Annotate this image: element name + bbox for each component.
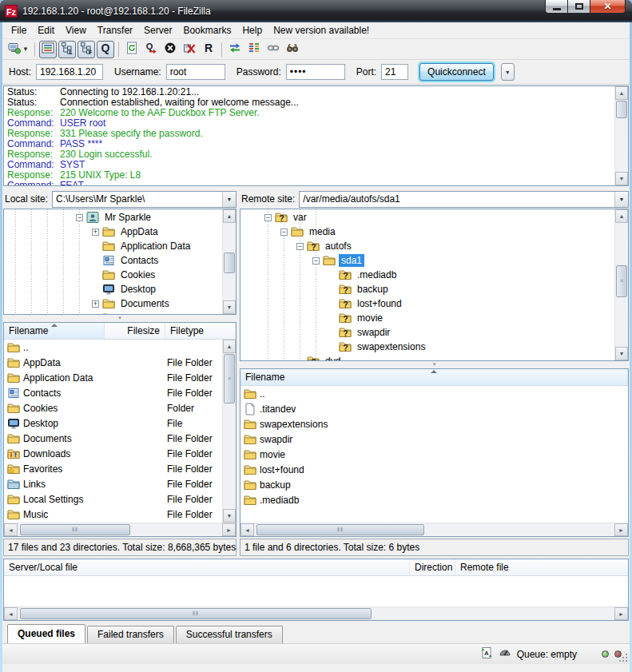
menu-transfer[interactable]: Transfer [92, 23, 138, 38]
minimize-button[interactable] [545, 0, 568, 14]
file-row-desktop[interactable]: DesktopFile [4, 416, 222, 431]
file-row-appdata[interactable]: AppDataFile Folder [4, 355, 222, 370]
scroll-up-icon[interactable]: ▲ [223, 340, 236, 353]
menu-help[interactable]: Help [237, 23, 268, 38]
file-row-local-settings[interactable]: Local SettingsFile Folder [4, 491, 222, 507]
tree-item-label[interactable]: .mediadb [355, 268, 399, 281]
tree-item-appdata[interactable]: +AppData [4, 225, 222, 239]
toggle-remote-tree-button[interactable]: F [78, 41, 95, 58]
local-list-scrollbar[interactable]: ▲ ≡ ▼ [222, 340, 236, 523]
menu-bookmarks[interactable]: Bookmarks [177, 23, 237, 38]
chevron-down-icon[interactable]: ▼ [222, 192, 236, 207]
tree-item-autofs[interactable]: −?autofs [240, 239, 614, 253]
file-row-[interactable]: .. [4, 340, 222, 355]
tree-item-label[interactable]: swapdir [355, 326, 392, 339]
tree-item-label[interactable]: swapextensions [355, 340, 427, 353]
local-list-hscrollbar[interactable]: ◄ ⦀⦀ ► [4, 523, 236, 536]
toggle-queue-button[interactable]: Q [97, 41, 114, 58]
scroll-down-icon[interactable]: ▼ [615, 347, 628, 360]
collapse-icon[interactable]: − [264, 214, 272, 221]
remote-tree-scrollbar[interactable]: ▲ ≡ ▼ [614, 209, 628, 360]
expand-icon[interactable]: + [92, 300, 99, 308]
tab-queued-files[interactable]: Queued files [7, 624, 85, 643]
tree-item-label[interactable]: AppData [118, 225, 161, 238]
splitter-chevron-icon[interactable]: ▾ [240, 361, 629, 368]
file-row-documents[interactable]: DocumentsFile Folder [4, 431, 222, 446]
refresh-button[interactable] [123, 41, 141, 58]
column-header-filename[interactable]: Filename [240, 369, 628, 385]
host-input[interactable] [36, 64, 103, 80]
file-row-contacts[interactable]: ContactsFile Folder [4, 385, 222, 400]
file-row-movie[interactable]: movie [240, 447, 628, 462]
tree-item-swapdir[interactable]: ?swapdir [240, 325, 614, 340]
remote-list-hscrollbar[interactable]: ◄ ⦀⦀ ► [240, 523, 628, 536]
tree-item-cookies[interactable]: Cookies [4, 268, 222, 282]
toggle-local-tree-button[interactable]: L [58, 41, 76, 58]
expand-icon[interactable]: + [92, 229, 99, 236]
column-header-filename[interactable]: Filename [4, 323, 105, 339]
tree-item-label[interactable]: Cookies [118, 268, 157, 281]
tree-item-label[interactable]: Documents [118, 297, 172, 310]
scroll-left-icon[interactable]: ◄ [240, 523, 254, 536]
tree-item-label[interactable]: autofs [323, 240, 354, 252]
username-input[interactable] [166, 64, 225, 80]
scroll-right-icon[interactable]: ► [614, 523, 628, 536]
file-row-[interactable]: .. [240, 386, 628, 401]
scroll-right-icon[interactable]: ► [614, 607, 628, 620]
chevron-down-icon[interactable]: ▼ [614, 192, 628, 207]
filelist-filter-button[interactable] [264, 41, 282, 58]
reconnect-button[interactable]: R [200, 41, 217, 58]
tree-item-desktop[interactable]: Desktop [4, 282, 222, 296]
tree-item-label[interactable]: Mr Sparkle [102, 211, 153, 224]
tree-item-label[interactable]: sda1 [339, 254, 364, 267]
tree-item-var[interactable]: −?var [240, 210, 614, 225]
maximize-button[interactable] [568, 0, 590, 14]
scroll-right-icon[interactable]: ► [222, 523, 236, 536]
site-manager-button[interactable]: ▼ [6, 41, 30, 58]
file-row-swapdir[interactable]: swapdir [240, 431, 628, 447]
collapse-icon[interactable]: − [312, 257, 320, 264]
queue-column-remote-file[interactable]: Remote file [455, 559, 628, 575]
log-scrollbar[interactable]: ▲ ▼ [614, 86, 628, 185]
log-scrollbar-thumb[interactable] [616, 101, 627, 118]
collapse-icon[interactable]: − [296, 243, 304, 250]
title-bar[interactable]: Fz 192.168.1.20 - root@192.168.1.20 - Fi… [0, 0, 632, 22]
scroll-up-icon[interactable]: ▲ [615, 86, 628, 100]
tree-item-swapextensions[interactable]: ?swapextensions [240, 340, 614, 354]
queue-hscrollbar[interactable]: ◄ ⦀⦀ ► [4, 606, 628, 620]
menu-edit[interactable]: Edit [32, 23, 60, 38]
tree-item-label[interactable]: backup [355, 283, 391, 296]
menu-file[interactable]: File [6, 23, 32, 38]
cancel-button[interactable] [161, 41, 179, 58]
local-list-hscrollbar-thumb[interactable]: ⦀⦀ [20, 524, 130, 535]
scroll-up-icon[interactable]: ▲ [615, 209, 628, 223]
directory-comparison-button[interactable] [245, 41, 263, 58]
port-input[interactable] [381, 64, 408, 80]
file-row-downloads[interactable]: DownloadsFile Folder [4, 446, 222, 461]
file-row-swapextensions[interactable]: swapextensions [240, 416, 628, 431]
file-row-backup[interactable]: backup [240, 477, 628, 492]
process-queue-button[interactable]: Q [142, 41, 160, 58]
tree-item-documents[interactable]: +Documents [4, 296, 222, 311]
tree-item-media[interactable]: −media [240, 225, 614, 239]
file-row-links[interactable]: LinksFile Folder [4, 476, 222, 491]
disconnect-button[interactable] [181, 41, 198, 58]
tree-item--mediadb[interactable]: ?.mediadb [240, 268, 614, 282]
local-tree-scrollbar[interactable]: ▲ ▼ [222, 209, 236, 314]
collapse-icon[interactable]: − [76, 214, 83, 221]
tree-item-label[interactable]: Desktop [118, 283, 158, 296]
tree-item-label[interactable]: var [291, 211, 309, 224]
tab-failed-transfers[interactable]: Failed transfers [87, 626, 174, 643]
queue-column-direction[interactable]: Direction [410, 559, 455, 575]
scroll-left-icon[interactable]: ◄ [4, 607, 18, 620]
scroll-down-icon[interactable]: ▼ [223, 509, 236, 523]
file-row-favorites[interactable]: FavoritesFile Folder [4, 461, 222, 476]
tree-item-mr-sparkle[interactable]: −Mr Sparkle [4, 210, 222, 225]
tree-item-label[interactable]: dvd [323, 355, 343, 360]
file-row-cookies[interactable]: CookiesFolder [4, 400, 222, 416]
tree-item-application-data[interactable]: Application Data [4, 239, 222, 253]
tree-item-sda1[interactable]: −sda1 [240, 253, 614, 268]
menu-server[interactable]: Server [138, 23, 177, 38]
local-site-combobox[interactable]: C:\Users\Mr Sparkle\ ▼ [52, 191, 237, 208]
splitter-chevron-icon[interactable]: ▾ [3, 315, 237, 321]
